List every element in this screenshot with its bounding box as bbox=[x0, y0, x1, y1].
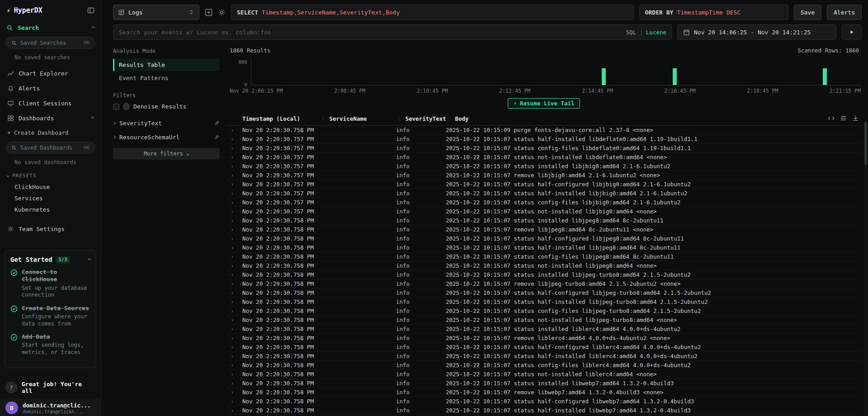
table-row[interactable]: ›Nov 20 2:20:30.757 PMinfo2025-10-22 10:… bbox=[226, 162, 862, 171]
row-expand-chevron[interactable]: › bbox=[231, 353, 242, 359]
sidebar-item-alerts[interactable]: Alerts bbox=[0, 81, 101, 96]
pin-icon[interactable] bbox=[214, 120, 220, 126]
row-expand-chevron[interactable]: › bbox=[231, 154, 242, 161]
row-expand-chevron[interactable]: › bbox=[231, 362, 242, 369]
table-row[interactable]: ›Nov 20 2:20:30.758 PMinfo2025-10-22 10:… bbox=[226, 270, 862, 279]
table-row[interactable]: ›Nov 20 2:20:30.757 PMinfo2025-10-22 10:… bbox=[226, 189, 862, 198]
denoise-results-toggle[interactable]: Denoise Results bbox=[113, 103, 220, 110]
select-columns-input[interactable]: SELECT Timestamp,ServiceName,SeverityTex… bbox=[231, 5, 634, 20]
get-started-step[interactable]: Connect to ClickHouseSet up your databas… bbox=[10, 269, 90, 299]
row-expand-chevron[interactable]: › bbox=[231, 407, 242, 414]
sidebar-collapse-icon[interactable] bbox=[87, 7, 94, 14]
row-expand-chevron[interactable]: › bbox=[231, 181, 242, 188]
table-row[interactable]: ›Nov 20 2:20:30.758 PMinfo2025-10-22 10:… bbox=[226, 261, 862, 270]
denoise-checkbox[interactable] bbox=[113, 104, 119, 110]
chart-bar[interactable] bbox=[602, 68, 606, 85]
table-row[interactable]: ›Nov 20 2:20:30.758 PMinfo2025-10-22 10:… bbox=[226, 379, 862, 388]
table-row[interactable]: ›Nov 20 2:20:30.758 PMinfo2025-10-22 10:… bbox=[226, 334, 862, 343]
row-expand-chevron[interactable]: › bbox=[231, 127, 242, 133]
table-row[interactable]: ›Nov 20 2:20:30.757 PMinfo2025-10-22 10:… bbox=[226, 135, 862, 144]
table-row[interactable]: ›Nov 20 2:20:30.758 PMinfo2025-10-22 10:… bbox=[226, 279, 862, 288]
scrollbar[interactable] bbox=[863, 120, 868, 416]
add-panel-icon[interactable] bbox=[205, 9, 212, 16]
row-expand-chevron[interactable]: › bbox=[231, 371, 242, 378]
table-row[interactable]: ›Nov 20 2:20:30.758 PMinfo2025-10-22 10:… bbox=[226, 298, 862, 307]
row-expand-chevron[interactable]: › bbox=[231, 145, 242, 151]
app-logo[interactable]: ⚡ HyperDX bbox=[6, 6, 87, 15]
saved-dashboards-input[interactable]: Saved Dashboards ⌘K bbox=[5, 142, 95, 154]
column-header-severitytext[interactable]: ⋮SeverityText bbox=[396, 115, 446, 122]
row-expand-chevron[interactable]: › bbox=[231, 199, 242, 206]
table-row[interactable]: ›Nov 20 2:20:30.758 PMinfo2025-10-22 10:… bbox=[226, 243, 862, 252]
table-row[interactable]: ›Nov 20 2:20:30.758 PMinfo2025-10-22 10:… bbox=[226, 343, 862, 352]
row-expand-chevron[interactable]: › bbox=[231, 271, 242, 278]
table-row[interactable]: ›Nov 20 2:20:30.757 PMinfo2025-10-22 10:… bbox=[226, 171, 862, 180]
row-expand-chevron[interactable]: › bbox=[231, 262, 242, 269]
row-expand-chevron[interactable]: › bbox=[231, 253, 242, 260]
source-settings-gear-icon[interactable] bbox=[218, 9, 226, 16]
sidebar-item-chart-explorer[interactable]: Chart Explorer bbox=[0, 66, 101, 81]
row-expand-chevron[interactable]: › bbox=[231, 380, 242, 387]
order-by-input[interactable]: ORDER BY TimestampTime DESC bbox=[639, 5, 788, 20]
filter-group-severitytext[interactable]: SeverityText bbox=[113, 116, 220, 130]
alerts-button[interactable]: Alerts bbox=[827, 5, 862, 20]
sidebar-item-client-sessions[interactable]: Client Sessions bbox=[0, 96, 101, 111]
sql-toggle[interactable]: SQL bbox=[626, 29, 637, 36]
table-row[interactable]: ›Nov 20 2:20:30.758 PMinfo2025-10-22 10:… bbox=[226, 406, 862, 415]
source-select[interactable]: Logs bbox=[113, 5, 199, 20]
filter-group-resourceschemaurl[interactable]: ResourceSchemaUrl bbox=[113, 130, 220, 144]
table-row[interactable]: ›Nov 20 2:20:30.758 PMinfo2025-10-22 10:… bbox=[226, 370, 862, 379]
saved-searches-input[interactable]: Saved Searches ⌘K bbox=[5, 37, 95, 49]
column-header-servicename[interactable]: ⋮ServiceName bbox=[320, 115, 396, 122]
table-row[interactable]: ›Nov 20 2:20:30.758 PMinfo2025-10-22 10:… bbox=[226, 126, 862, 135]
chart-bar[interactable] bbox=[673, 68, 677, 85]
table-row[interactable]: ›Nov 20 2:20:30.757 PMinfo2025-10-22 10:… bbox=[226, 144, 862, 153]
event-search-input[interactable] bbox=[113, 24, 672, 40]
table-row[interactable]: ›Nov 20 2:20:30.758 PMinfo2025-10-22 10:… bbox=[226, 325, 862, 334]
lucene-toggle[interactable]: Lucene bbox=[646, 29, 666, 36]
table-row[interactable]: ›Nov 20 2:20:30.758 PMinfo2025-10-22 10:… bbox=[226, 397, 862, 406]
row-expand-chevron[interactable]: › bbox=[231, 235, 242, 242]
run-query-button[interactable] bbox=[842, 24, 862, 40]
row-expand-chevron[interactable]: › bbox=[231, 226, 242, 233]
get-started-step[interactable]: Add DataStart sending logs, metrics, or … bbox=[10, 333, 90, 356]
create-dashboard-button[interactable]: + Create Dashboard bbox=[0, 126, 101, 140]
row-expand-chevron[interactable]: › bbox=[231, 280, 242, 287]
more-filters-button[interactable]: More filters bbox=[113, 148, 220, 160]
download-icon[interactable] bbox=[852, 115, 859, 122]
pin-icon[interactable] bbox=[214, 134, 220, 140]
table-row[interactable]: ›Nov 20 2:20:30.758 PMinfo2025-10-22 10:… bbox=[226, 216, 862, 225]
row-expand-chevron[interactable]: › bbox=[231, 307, 242, 314]
get-started-step[interactable]: Create Data SourcesConfigure where your … bbox=[10, 305, 90, 327]
table-row[interactable]: ›Nov 20 2:20:30.757 PMinfo2025-10-22 10:… bbox=[226, 207, 862, 216]
table-row[interactable]: ›Nov 20 2:20:30.757 PMinfo2025-10-22 10:… bbox=[226, 198, 862, 207]
row-expand-chevron[interactable]: › bbox=[231, 335, 242, 341]
table-row[interactable]: ›Nov 20 2:20:30.758 PMinfo2025-10-22 10:… bbox=[226, 388, 862, 397]
column-header-body[interactable]: ⋮Body bbox=[446, 115, 862, 122]
code-view-icon[interactable] bbox=[828, 115, 835, 122]
table-row[interactable]: ›Nov 20 2:20:30.758 PMinfo2025-10-22 10:… bbox=[226, 307, 862, 316]
analysis-mode-event-patterns[interactable]: Event Patterns bbox=[113, 72, 220, 84]
row-expand-chevron[interactable]: › bbox=[231, 163, 242, 170]
preset-item-clickhouse[interactable]: ClickHouse bbox=[0, 181, 101, 193]
row-expand-chevron[interactable]: › bbox=[231, 217, 242, 224]
sidebar-item-team-settings[interactable]: Team Settings bbox=[0, 222, 101, 236]
table-row[interactable]: ›Nov 20 2:20:30.758 PMinfo2025-10-22 10:… bbox=[226, 288, 862, 298]
row-expand-chevron[interactable]: › bbox=[231, 172, 242, 179]
presets-toggle[interactable]: PRESETS bbox=[0, 168, 101, 181]
user-menu[interactable]: D dominic.tran@clic... dominic.tran@clic… bbox=[0, 398, 101, 416]
row-expand-chevron[interactable]: › bbox=[231, 344, 242, 350]
table-row[interactable]: ›Nov 20 2:20:30.757 PMinfo2025-10-22 10:… bbox=[226, 180, 862, 189]
analysis-mode-results-table[interactable]: Results Table bbox=[113, 59, 220, 71]
row-expand-chevron[interactable]: › bbox=[231, 289, 242, 296]
table-row[interactable]: ›Nov 20 2:20:30.758 PMinfo2025-10-22 10:… bbox=[226, 225, 862, 234]
row-expand-chevron[interactable]: › bbox=[231, 398, 242, 405]
table-row[interactable]: ›Nov 20 2:20:30.758 PMinfo2025-10-22 10:… bbox=[226, 316, 862, 325]
table-row[interactable]: ›Nov 20 2:20:30.758 PMinfo2025-10-22 10:… bbox=[226, 352, 862, 361]
save-button[interactable]: Save bbox=[794, 5, 821, 20]
row-density-icon[interactable] bbox=[840, 115, 847, 122]
scrollbar-thumb[interactable] bbox=[864, 122, 867, 165]
row-expand-chevron[interactable]: › bbox=[231, 389, 242, 396]
chart-bar[interactable] bbox=[823, 68, 827, 85]
table-row[interactable]: ›Nov 20 2:20:30.758 PMinfo2025-10-22 10:… bbox=[226, 234, 862, 243]
